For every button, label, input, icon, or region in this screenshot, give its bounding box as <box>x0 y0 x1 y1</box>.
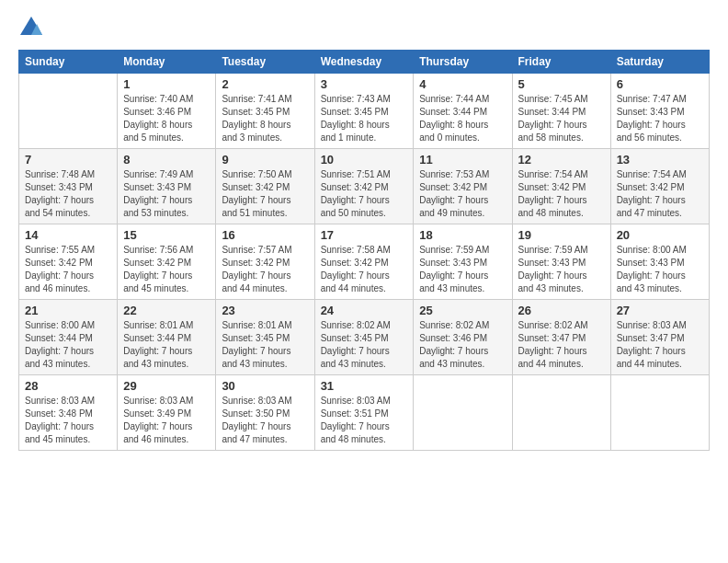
calendar-cell <box>19 74 118 149</box>
day-info: Sunrise: 7:57 AM Sunset: 3:42 PM Dayligh… <box>222 244 308 295</box>
day-number: 30 <box>222 379 308 393</box>
day-number: 20 <box>617 228 703 242</box>
day-info: Sunrise: 7:44 AM Sunset: 3:44 PM Dayligh… <box>419 93 506 144</box>
calendar-cell <box>512 375 610 451</box>
calendar-cell: 8Sunrise: 7:49 AM Sunset: 3:43 PM Daylig… <box>118 149 216 224</box>
day-number: 8 <box>123 153 210 167</box>
day-info: Sunrise: 7:40 AM Sunset: 3:46 PM Dayligh… <box>123 93 210 144</box>
day-info: Sunrise: 8:02 AM Sunset: 3:47 PM Dayligh… <box>518 319 605 371</box>
calendar-cell <box>610 375 709 451</box>
day-number: 25 <box>419 304 506 317</box>
calendar-cell: 3Sunrise: 7:43 AM Sunset: 3:45 PM Daylig… <box>314 74 414 149</box>
day-info: Sunrise: 7:50 AM Sunset: 3:42 PM Dayligh… <box>222 168 308 220</box>
page: SundayMondayTuesdayWednesdayThursdayFrid… <box>0 0 728 563</box>
calendar-header-tuesday: Tuesday <box>216 51 314 74</box>
calendar-header-sunday: Sunday <box>19 51 118 74</box>
day-info: Sunrise: 8:03 AM Sunset: 3:47 PM Dayligh… <box>617 319 703 371</box>
calendar-week-row: 28Sunrise: 8:03 AM Sunset: 3:48 PM Dayli… <box>19 375 710 451</box>
day-number: 29 <box>123 379 210 393</box>
day-number: 26 <box>518 304 605 317</box>
day-number: 3 <box>321 77 408 91</box>
calendar-header-thursday: Thursday <box>414 51 512 74</box>
day-info: Sunrise: 7:59 AM Sunset: 3:43 PM Dayligh… <box>419 244 506 295</box>
calendar-header-row: SundayMondayTuesdayWednesdayThursdayFrid… <box>19 51 710 74</box>
day-number: 11 <box>419 153 506 167</box>
day-number: 7 <box>25 153 111 167</box>
day-number: 18 <box>419 228 506 242</box>
calendar-cell: 9Sunrise: 7:50 AM Sunset: 3:42 PM Daylig… <box>216 149 314 224</box>
day-info: Sunrise: 7:54 AM Sunset: 3:42 PM Dayligh… <box>518 168 605 220</box>
calendar-cell: 25Sunrise: 8:02 AM Sunset: 3:46 PM Dayli… <box>414 300 512 375</box>
calendar-cell: 30Sunrise: 8:03 AM Sunset: 3:50 PM Dayli… <box>216 375 314 451</box>
calendar-cell: 2Sunrise: 7:41 AM Sunset: 3:45 PM Daylig… <box>216 74 314 149</box>
day-number: 17 <box>321 228 408 242</box>
day-info: Sunrise: 8:01 AM Sunset: 3:44 PM Dayligh… <box>123 319 210 371</box>
day-number: 19 <box>518 228 605 242</box>
calendar-cell: 23Sunrise: 8:01 AM Sunset: 3:45 PM Dayli… <box>216 300 314 375</box>
day-info: Sunrise: 7:56 AM Sunset: 3:42 PM Dayligh… <box>123 244 210 295</box>
logo-icon <box>18 15 44 40</box>
calendar-cell: 10Sunrise: 7:51 AM Sunset: 3:42 PM Dayli… <box>314 149 414 224</box>
calendar-table: SundayMondayTuesdayWednesdayThursdayFrid… <box>18 50 710 451</box>
day-info: Sunrise: 7:59 AM Sunset: 3:43 PM Dayligh… <box>518 244 605 295</box>
day-info: Sunrise: 7:47 AM Sunset: 3:43 PM Dayligh… <box>617 93 703 144</box>
day-number: 21 <box>25 304 111 317</box>
calendar-cell: 13Sunrise: 7:54 AM Sunset: 3:42 PM Dayli… <box>610 149 709 224</box>
day-info: Sunrise: 7:55 AM Sunset: 3:42 PM Dayligh… <box>25 244 111 295</box>
calendar-cell <box>414 375 512 451</box>
calendar-week-row: 7Sunrise: 7:48 AM Sunset: 3:43 PM Daylig… <box>19 149 710 224</box>
day-number: 24 <box>321 304 408 317</box>
day-number: 5 <box>518 77 605 91</box>
calendar-header-wednesday: Wednesday <box>314 51 414 74</box>
day-number: 4 <box>419 77 506 91</box>
day-info: Sunrise: 8:00 AM Sunset: 3:43 PM Dayligh… <box>617 244 703 295</box>
day-info: Sunrise: 8:03 AM Sunset: 3:49 PM Dayligh… <box>123 395 210 446</box>
calendar-cell: 14Sunrise: 7:55 AM Sunset: 3:42 PM Dayli… <box>19 224 118 300</box>
day-number: 14 <box>25 228 111 242</box>
calendar-cell: 15Sunrise: 7:56 AM Sunset: 3:42 PM Dayli… <box>118 224 216 300</box>
calendar-cell: 17Sunrise: 7:58 AM Sunset: 3:42 PM Dayli… <box>314 224 414 300</box>
calendar-cell: 12Sunrise: 7:54 AM Sunset: 3:42 PM Dayli… <box>512 149 610 224</box>
calendar-cell: 24Sunrise: 8:02 AM Sunset: 3:45 PM Dayli… <box>314 300 414 375</box>
calendar-cell: 27Sunrise: 8:03 AM Sunset: 3:47 PM Dayli… <box>610 300 709 375</box>
day-number: 16 <box>222 228 308 242</box>
calendar-cell: 22Sunrise: 8:01 AM Sunset: 3:44 PM Dayli… <box>118 300 216 375</box>
calendar-week-row: 1Sunrise: 7:40 AM Sunset: 3:46 PM Daylig… <box>19 74 710 149</box>
calendar-cell: 28Sunrise: 8:03 AM Sunset: 3:48 PM Dayli… <box>19 375 118 451</box>
day-number: 12 <box>518 153 605 167</box>
day-info: Sunrise: 7:53 AM Sunset: 3:42 PM Dayligh… <box>419 168 506 220</box>
calendar-cell: 20Sunrise: 8:00 AM Sunset: 3:43 PM Dayli… <box>610 224 709 300</box>
day-info: Sunrise: 7:49 AM Sunset: 3:43 PM Dayligh… <box>123 168 210 220</box>
calendar-header-saturday: Saturday <box>610 51 709 74</box>
day-info: Sunrise: 8:03 AM Sunset: 3:50 PM Dayligh… <box>222 395 308 446</box>
calendar-cell: 7Sunrise: 7:48 AM Sunset: 3:43 PM Daylig… <box>19 149 118 224</box>
calendar-cell: 1Sunrise: 7:40 AM Sunset: 3:46 PM Daylig… <box>118 74 216 149</box>
calendar-cell: 16Sunrise: 7:57 AM Sunset: 3:42 PM Dayli… <box>216 224 314 300</box>
day-info: Sunrise: 7:54 AM Sunset: 3:42 PM Dayligh… <box>617 168 703 220</box>
day-info: Sunrise: 8:00 AM Sunset: 3:44 PM Dayligh… <box>25 319 111 371</box>
day-info: Sunrise: 7:41 AM Sunset: 3:45 PM Dayligh… <box>222 93 308 144</box>
day-number: 1 <box>123 77 210 91</box>
day-number: 31 <box>321 379 408 393</box>
day-number: 23 <box>222 304 308 317</box>
logo <box>18 15 48 40</box>
calendar-cell: 21Sunrise: 8:00 AM Sunset: 3:44 PM Dayli… <box>19 300 118 375</box>
header <box>18 15 710 40</box>
day-info: Sunrise: 8:02 AM Sunset: 3:46 PM Dayligh… <box>419 319 506 371</box>
day-number: 27 <box>617 304 703 317</box>
calendar-cell: 29Sunrise: 8:03 AM Sunset: 3:49 PM Dayli… <box>118 375 216 451</box>
day-info: Sunrise: 8:03 AM Sunset: 3:48 PM Dayligh… <box>25 395 111 446</box>
calendar-cell: 5Sunrise: 7:45 AM Sunset: 3:44 PM Daylig… <box>512 74 610 149</box>
day-number: 28 <box>25 379 111 393</box>
calendar-cell: 6Sunrise: 7:47 AM Sunset: 3:43 PM Daylig… <box>610 74 709 149</box>
calendar-cell: 11Sunrise: 7:53 AM Sunset: 3:42 PM Dayli… <box>414 149 512 224</box>
calendar-cell: 18Sunrise: 7:59 AM Sunset: 3:43 PM Dayli… <box>414 224 512 300</box>
day-number: 15 <box>123 228 210 242</box>
calendar-cell: 19Sunrise: 7:59 AM Sunset: 3:43 PM Dayli… <box>512 224 610 300</box>
calendar-week-row: 21Sunrise: 8:00 AM Sunset: 3:44 PM Dayli… <box>19 300 710 375</box>
day-info: Sunrise: 7:51 AM Sunset: 3:42 PM Dayligh… <box>321 168 408 220</box>
day-info: Sunrise: 7:45 AM Sunset: 3:44 PM Dayligh… <box>518 93 605 144</box>
calendar-cell: 31Sunrise: 8:03 AM Sunset: 3:51 PM Dayli… <box>314 375 414 451</box>
day-number: 9 <box>222 153 308 167</box>
day-info: Sunrise: 8:01 AM Sunset: 3:45 PM Dayligh… <box>222 319 308 371</box>
